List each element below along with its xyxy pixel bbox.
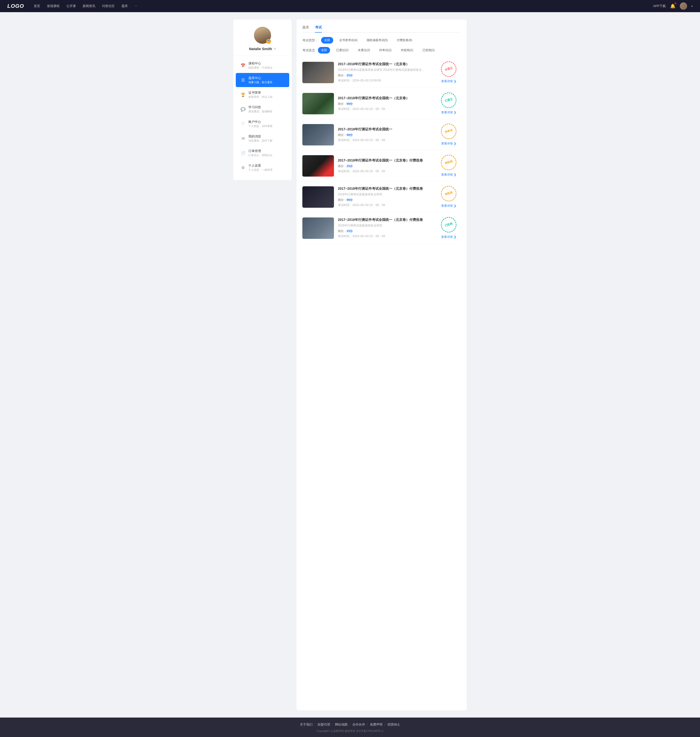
footer-link-免费声明[interactable]: 免费声明 bbox=[370, 722, 382, 727]
exam-thumb-2 bbox=[302, 93, 334, 114]
exam-action-6: 已批阅 查看详情 ❯ bbox=[437, 217, 461, 239]
qa-sub: 课后重温，疑难解答 bbox=[249, 110, 284, 113]
sidebar-item-qa[interactable]: 💬 学习问答 课后重温，疑难解答 bbox=[236, 102, 289, 116]
cert-sub: 收获荣誉，持证上岗 bbox=[249, 95, 284, 99]
sidebar-item-settings[interactable]: ⚙ 个人设置 个人信息，一键管理 bbox=[236, 161, 289, 175]
settings-icon: ⚙ bbox=[241, 165, 246, 170]
profile-name: Natalie Smith bbox=[249, 47, 272, 51]
exam-detail-link-1[interactable]: 查看详情 ❯ bbox=[441, 79, 456, 83]
exam-info-2: 2017–2018年行测证件考试全国统一（北京卷） 得分：99分 考试时间：20… bbox=[338, 96, 432, 111]
status-filter-已通过(2)[interactable]: 已通过(2) bbox=[333, 47, 352, 53]
status-filter-未通过(2)[interactable]: 未通过(2) bbox=[354, 47, 374, 53]
exam-text: 题库中心 海量习题，助力通关 bbox=[249, 76, 284, 84]
table-row: 2017–2018年行测证件考试全国统一 得分：99分 考试时间：2019–05… bbox=[302, 119, 461, 150]
exam-stamp-5: 待批阅 bbox=[439, 184, 458, 203]
sidebar-item-exam[interactable]: ☰ 题库中心 海量习题，助力通关 bbox=[236, 73, 289, 87]
tab-题库[interactable]: 题库 bbox=[302, 25, 309, 32]
exam-stamp-1: 未通过 bbox=[439, 60, 458, 78]
exam-score-2: 得分：99分 bbox=[338, 102, 432, 106]
exam-time-2: 考试时间：2019–05–03 10：09：09 bbox=[338, 107, 432, 111]
sidebar-item-cert[interactable]: 🏆 证书荣誉 收获荣誉，持证上岗 bbox=[236, 88, 289, 102]
table-row: 2017–2018年行测证件考试全国统一（北京卷）付费批卷 2018年行测考试是… bbox=[302, 181, 461, 212]
exam-info-6: 2017–2018年行测证件考试全国统一（北京卷）付费批卷 2018年行测考试是… bbox=[338, 218, 432, 238]
profile-edit-icon[interactable]: ✎ bbox=[274, 47, 276, 51]
type-filter-证书类考试(4)[interactable]: 证书类考试(4) bbox=[336, 37, 361, 44]
order-sub: 订单支出，明明白白 bbox=[249, 153, 284, 157]
exam-stamp-6: 已批阅 bbox=[439, 215, 458, 234]
nav-item-公开课[interactable]: 公开课 bbox=[66, 4, 76, 8]
tab-考试[interactable]: 考试 bbox=[315, 25, 322, 32]
status-filter-待考试(2)[interactable]: 待考试(2) bbox=[376, 47, 395, 53]
notification-badge bbox=[675, 3, 676, 4]
qa-text: 学习问答 课后重温，疑难解答 bbox=[249, 105, 284, 113]
nav-item-首页[interactable]: 首页 bbox=[34, 4, 40, 8]
chevron-down-icon[interactable]: ▾ bbox=[691, 5, 693, 7]
sidebar-item-message[interactable]: ✉ 我的消息 消息通知，及时了解 bbox=[236, 131, 289, 146]
footer-link-加盟代理[interactable]: 加盟代理 bbox=[318, 722, 330, 727]
exam-detail-link-4[interactable]: 查看详情 ❯ bbox=[441, 173, 456, 177]
exam-detail-link-3[interactable]: 查看详情 ❯ bbox=[441, 142, 456, 146]
exam-desc-5: 2018年行测考试是最值得多去研究 bbox=[338, 192, 425, 196]
footer: 关于我们加盟代理网站地图合作伙伴免费声明招贤纳士 Copyright© 云朵商学… bbox=[0, 718, 700, 737]
sidebar-item-account[interactable]: ♡ 账户中心 个人权益，实时掌握 bbox=[236, 117, 289, 131]
exam-detail-link-2[interactable]: 查看详情 ❯ bbox=[441, 111, 456, 115]
nav-item-···[interactable]: ··· bbox=[135, 4, 137, 8]
avatar[interactable] bbox=[680, 3, 687, 10]
footer-link-招贤纳士[interactable]: 招贤纳士 bbox=[387, 722, 400, 727]
footer-link-关于我们[interactable]: 关于我们 bbox=[300, 722, 313, 727]
exam-score-6: 得分：25分 bbox=[338, 229, 432, 233]
course-title: 课程中心 bbox=[249, 61, 284, 66]
message-icon: ✉ bbox=[241, 136, 246, 141]
header-right: APP下载 🔔 ▾ bbox=[653, 3, 693, 10]
exam-title-5: 2017–2018年行测证件考试全国统一（北京卷）付费批卷 bbox=[338, 187, 432, 191]
footer-links: 关于我们加盟代理网站地图合作伙伴免费声明招贤纳士 bbox=[5, 722, 695, 727]
app-download-link[interactable]: APP下载 bbox=[653, 4, 666, 8]
main-wrapper: 🏅 Natalie Smith ✎ 📅 课程中心 精彩课程，不容错过 ☰ 题库中… bbox=[0, 12, 700, 718]
exam-time-1: 考试时间：2019–05–03 10:09:09 bbox=[338, 78, 432, 83]
exam-title-1: 2017–2018年行测证件考试全国统一（北京卷） bbox=[338, 62, 432, 66]
exam-time-4: 考试时间：2019–05–03 10：09：09 bbox=[338, 169, 432, 174]
cert-title: 证书荣誉 bbox=[249, 90, 284, 95]
nav-item-新闻资讯[interactable]: 新闻资讯 bbox=[82, 4, 95, 8]
sidebar-item-order[interactable]: 📄 订单管理 订单支出，明明白白 bbox=[236, 146, 289, 160]
nav-item-题库[interactable]: 题库 bbox=[122, 4, 128, 8]
exam-time-5: 考试时间：2019–05–03 10：09：09 bbox=[338, 203, 432, 207]
type-filter-随机抽题考试(5)[interactable]: 随机抽题考试(5) bbox=[363, 37, 391, 44]
type-filter-label: 考试类型： bbox=[302, 38, 318, 43]
exam-detail-link-5[interactable]: 查看详情 ❯ bbox=[441, 204, 456, 208]
status-filter-待批阅(2)[interactable]: 待批阅(2) bbox=[398, 47, 416, 53]
table-row: 2017–2018年行测证件考试全国统一（北京卷） 得分：99分 考试时间：20… bbox=[302, 88, 461, 119]
type-filter-付费批卷(6)[interactable]: 付费批卷(6) bbox=[394, 37, 415, 44]
nav-item-问答社区[interactable]: 问答社区 bbox=[102, 4, 115, 8]
bell-icon: 🔔 bbox=[670, 4, 675, 9]
exam-thumb-1 bbox=[302, 62, 334, 83]
account-text: 账户中心 个人权益，实时掌握 bbox=[249, 120, 284, 128]
footer-link-网站地图[interactable]: 网站地图 bbox=[335, 722, 347, 727]
exam-sub: 海量习题，助力通关 bbox=[249, 81, 284, 84]
exam-title: 题库中心 bbox=[249, 76, 284, 80]
status-filter-全部[interactable]: 全部 bbox=[318, 47, 330, 53]
exam-stamp-3: 待考试 bbox=[439, 122, 458, 141]
exam-score-1: 得分：25分 bbox=[338, 74, 432, 78]
nav-item-发现课程[interactable]: 发现课程 bbox=[47, 4, 60, 8]
sidebar-item-course[interactable]: 📅 课程中心 精彩课程，不容错过 bbox=[236, 58, 289, 72]
exam-detail-link-6[interactable]: 查看详情 ❯ bbox=[441, 235, 456, 239]
sidebar-menu: 📅 课程中心 精彩课程，不容错过 ☰ 题库中心 海量习题，助力通关 🏆 证书荣誉… bbox=[233, 58, 292, 175]
settings-text: 个人设置 个人信息，一键管理 bbox=[249, 164, 284, 172]
exam-list: 2017–2018年行测证件考试全国统一（北京卷） 2018年行测考试是最值得多… bbox=[302, 57, 461, 244]
order-text: 订单管理 订单支出，明明白白 bbox=[249, 149, 284, 157]
exam-score-4: 得分：25分 bbox=[338, 164, 432, 168]
exam-title-2: 2017–2018年行测证件考试全国统一（北京卷） bbox=[338, 96, 432, 100]
cert-text: 证书荣誉 收获荣誉，持证上岗 bbox=[249, 90, 284, 99]
footer-link-合作伙伴[interactable]: 合作伙伴 bbox=[353, 722, 365, 727]
type-filter-全部[interactable]: 全部 bbox=[321, 37, 333, 44]
notification-bell[interactable]: 🔔 bbox=[670, 3, 675, 9]
table-row: 2017–2018年行测证件考试全国统一（北京卷）付费批卷 得分：25分 考试时… bbox=[302, 150, 461, 181]
course-text: 课程中心 精彩课程，不容错过 bbox=[249, 61, 284, 69]
account-title: 账户中心 bbox=[249, 120, 284, 124]
logo: LOGO bbox=[7, 3, 24, 9]
exam-action-1: 未通过 查看详情 ❯ bbox=[437, 61, 461, 83]
exam-info-1: 2017–2018年行测证件考试全国统一（北京卷） 2018年行测考试是最值得多… bbox=[338, 62, 432, 83]
status-filter-已批阅(2)[interactable]: 已批阅(2) bbox=[419, 47, 438, 53]
course-sub: 精彩课程，不容错过 bbox=[249, 66, 284, 69]
